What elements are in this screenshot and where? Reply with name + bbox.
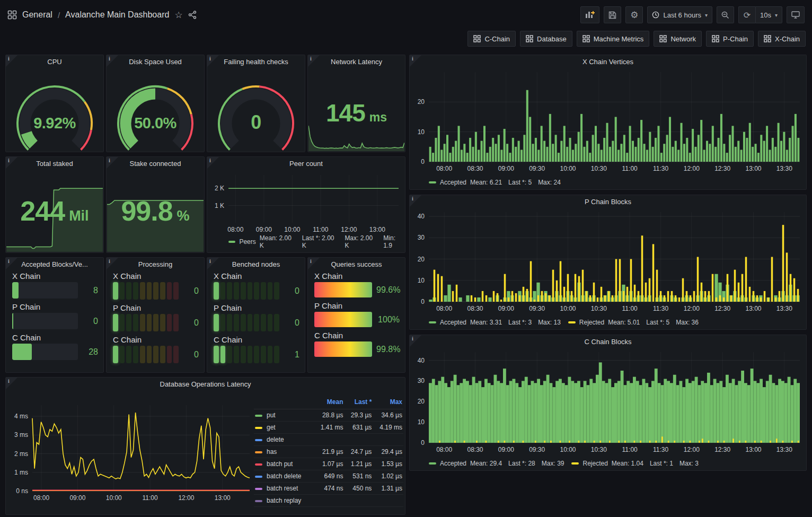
dashboard-link-label: P-Chain: [723, 35, 748, 43]
legend-label: Rejected: [582, 460, 607, 467]
y-axis-label: 10: [410, 418, 425, 426]
refresh-button[interactable]: ⟳: [738, 6, 755, 23]
panel-title[interactable]: Processing: [107, 260, 204, 268]
dashboards-grid-icon[interactable]: [7, 10, 17, 20]
bar-gauge-row: C Chain0: [113, 335, 199, 363]
y-axis-label: 0 ns: [8, 487, 28, 495]
stake-connected-value: 99.8: [121, 195, 172, 227]
chart-legend: AcceptedMean: 29.4Last *: 28Max: 39Rejec…: [429, 460, 699, 467]
time-range-picker[interactable]: Last 6 hours ▾: [647, 6, 712, 23]
dashboard-links-row: C-ChainDatabaseMachine MetricsNetworkP-C…: [467, 31, 806, 47]
x-axis-label: 10:00: [560, 305, 576, 312]
save-dashboard-button[interactable]: [604, 6, 621, 23]
legend-swatch: [228, 241, 235, 243]
db-table-row: batch replay: [254, 495, 403, 507]
bar-gauge-row: C Chain1: [214, 335, 299, 363]
legend-label: Accepted: [440, 460, 466, 467]
panel-title[interactable]: Total staked: [6, 160, 103, 168]
legend-stats: Mean: 5.01Last *: 5Max: 36: [608, 319, 699, 326]
dashboard-link-machine-metrics[interactable]: Machine Metrics: [577, 31, 650, 47]
legend-label: Rejected: [579, 319, 604, 326]
dashboard-link-label: Database: [537, 35, 567, 43]
x-axis-label: 09:00: [69, 494, 85, 502]
x-axis-label: 10:00: [560, 446, 576, 453]
panel-title[interactable]: CPU: [6, 58, 103, 66]
legend-item[interactable]: RejectedMean: 1.04Last *: 1Max: 3: [571, 460, 698, 467]
legend-item[interactable]: PeersMean: 2.00 KLast *: 2.00 KMax: 2.00…: [228, 234, 405, 249]
bar-gauge-row: C Chain99.8%: [314, 331, 400, 357]
legend-item[interactable]: AcceptedMean: 6.21Last *: 5Max: 24: [429, 179, 561, 186]
kiosk-mode-button[interactable]: [787, 6, 805, 23]
zoom-out-time-button[interactable]: [717, 6, 734, 23]
db-legend-table: MeanLast *Maxput28.8 µs29.3 µs34.6 µsget…: [254, 397, 403, 507]
legend-label[interactable]: delete: [267, 436, 284, 443]
legend-label[interactable]: get: [267, 424, 276, 431]
x-axis-label: 09:00: [498, 165, 514, 172]
lcd-gauge-value: 1: [284, 350, 299, 360]
lcd-gauge: [214, 282, 279, 300]
x-axis-label: 10:30: [591, 165, 607, 172]
refresh-interval-picker[interactable]: 10s ▾: [755, 6, 782, 23]
panel-title[interactable]: Queries success: [308, 260, 405, 268]
legend-label[interactable]: has: [267, 448, 277, 455]
panel-title[interactable]: Accepted Blocks/Ve...: [6, 260, 103, 268]
panel-title[interactable]: Database Operations Latency: [6, 380, 405, 388]
legend-item[interactable]: RejectedMean: 5.01Last *: 5Max: 36: [568, 319, 699, 326]
panel-failing-health-checks: i Failing health checks 0: [207, 55, 305, 152]
x-axis-label: 10:00: [560, 165, 576, 172]
x-axis-label: 10:30: [591, 446, 607, 453]
share-icon[interactable]: [188, 11, 197, 19]
lcd-gauge: [113, 314, 179, 331]
gradient-gauge: [314, 282, 372, 297]
dashboard-link-x-chain[interactable]: X-Chain: [758, 31, 806, 47]
bar-gauge-track: [12, 344, 78, 360]
db-table-header[interactable]: Mean: [314, 397, 345, 409]
bar-gauge-value: 28: [82, 347, 98, 357]
bar-gauge-label: X Chain: [314, 271, 400, 281]
legend-label[interactable]: batch replay: [267, 497, 301, 504]
x-axis-label: 12:00: [178, 494, 194, 502]
legend-label[interactable]: put: [267, 411, 276, 419]
panel-c-chain-blocks: i C Chain Blocks 01020304008:0008:3009:0…: [409, 335, 807, 471]
x-axis-label: 09:00: [498, 305, 514, 312]
bar-gauge-row: P Chain0: [214, 303, 299, 331]
panel-title[interactable]: Network Latency: [308, 58, 405, 66]
legend-swatch: [255, 476, 262, 478]
panel-title[interactable]: Failing health checks: [207, 58, 305, 66]
y-axis-label: 10: [410, 277, 425, 284]
panel-title[interactable]: Benched nodes: [207, 260, 305, 268]
y-axis-label: 20: [410, 98, 425, 106]
legend-label[interactable]: batch delete: [267, 472, 301, 480]
legend-item[interactable]: AcceptedMean: 3.31Last *: 3Max: 13: [429, 319, 561, 326]
chevron-down-icon: ▾: [705, 12, 708, 18]
y-axis-label: 4 ms: [8, 413, 28, 420]
x-axis-label: 08:30: [467, 305, 483, 312]
breadcrumb-dashboard-title[interactable]: Avalanche Main Dashboard: [65, 10, 169, 20]
db-table-header[interactable]: Max: [373, 397, 403, 409]
legend-label[interactable]: batch reset: [267, 485, 298, 492]
legend-item[interactable]: AcceptedMean: 29.4Last *: 28Max: 39: [429, 460, 564, 467]
apps-icon: [659, 35, 667, 42]
panel-title[interactable]: Disk Space Used: [107, 58, 204, 66]
bar-gauge-row: P Chain0: [113, 303, 199, 331]
health-gauge-value: 0: [207, 111, 305, 134]
legend-swatch: [568, 321, 576, 323]
x-axis-label: 13:00: [745, 305, 761, 312]
cpu-gauge-value: 9.92%: [6, 115, 103, 132]
dashboard-link-database[interactable]: Database: [520, 31, 572, 47]
dashboard-settings-button[interactable]: ⚙: [625, 6, 643, 23]
apps-icon: [712, 35, 719, 42]
breadcrumb-folder[interactable]: General: [22, 10, 52, 20]
x-axis-label: 08:00: [436, 165, 452, 172]
legend-label[interactable]: batch put: [267, 460, 293, 468]
bar-gauge-track: [12, 282, 78, 299]
dashboard-link-p-chain[interactable]: P-Chain: [706, 31, 754, 47]
y-axis-label: 30: [410, 377, 425, 384]
db-table-header[interactable]: Last *: [344, 397, 373, 409]
dashboard-link-network[interactable]: Network: [654, 31, 702, 47]
add-panel-button[interactable]: [580, 6, 599, 23]
dashboard-link-c-chain[interactable]: C-Chain: [467, 31, 516, 47]
favorite-star-icon[interactable]: ☆: [174, 10, 182, 21]
panel-title[interactable]: Stake connected: [107, 160, 204, 168]
x-axis-label: 13:00: [745, 446, 761, 453]
